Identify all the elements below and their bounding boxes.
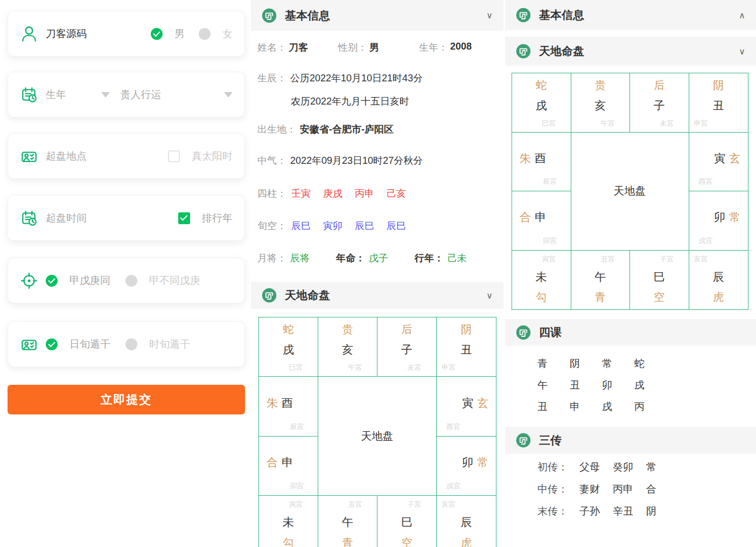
yuejiang-label: 月将：	[257, 253, 286, 264]
chart-cell-hai: 亥宫辰虎	[437, 496, 496, 547]
gender-male-radio[interactable]	[151, 28, 163, 40]
zhongqi-value: 2022年09月23日10时27分秋分	[290, 155, 423, 166]
transmission-label: 初传：	[537, 460, 579, 474]
void-value: 寅卯	[323, 220, 342, 231]
jia-diff-label[interactable]: 甲不同戊庚	[149, 274, 200, 288]
name-field-card[interactable]: 刀客源码 男 女	[8, 11, 245, 57]
sike-cell: 丑	[537, 400, 570, 414]
chart-section-header[interactable]: 天地命盘 ∨	[251, 282, 503, 309]
sike-cell: 阴	[570, 357, 602, 371]
chevron-down-icon[interactable]: ∨	[486, 10, 493, 20]
xingnian-label: 行年：	[415, 253, 444, 264]
sike-cell: 卯	[602, 378, 634, 392]
true-solar-time-label[interactable]: 真太阳时	[192, 149, 233, 163]
chart-cell-shen: 阴丑申宫	[437, 317, 496, 377]
sike-cell: 青	[537, 357, 570, 371]
jia-same-radio[interactable]	[46, 275, 58, 287]
chart-cell-wei: 后子未宫	[630, 73, 689, 133]
year-label: 生年：	[419, 41, 448, 54]
section-title: 基本信息	[285, 8, 330, 23]
section-title: 天地命盘	[285, 288, 330, 303]
calendar-clock-icon	[20, 209, 38, 227]
time-input[interactable]: 起盘时间	[46, 211, 171, 225]
chart-cell-mao: 合申 卯宫	[259, 437, 318, 496]
xingnian-value: 己未	[447, 253, 467, 264]
location-input[interactable]: 起盘地点	[46, 149, 160, 163]
basic-info-header-collapsed[interactable]: 基本信息 ∧	[505, 0, 756, 30]
sike-cell: 戌	[602, 400, 634, 414]
user-icon	[20, 25, 38, 43]
hour-dun-label[interactable]: 时旬遁干	[149, 337, 190, 351]
chevron-down-icon[interactable]	[224, 92, 233, 98]
transmission-row: 中传： 妻财 丙申 合	[537, 478, 656, 500]
result-panel-basic: 基本信息 ∨ 姓名： 刀客 性别： 男 生年： 2008 生辰： 公历2022年…	[251, 0, 503, 547]
chart-cell-chen: 朱酉 辰宫	[512, 133, 571, 192]
chart-cell-chen: 朱酉 辰宫	[259, 377, 318, 436]
jia-option-card[interactable]: 甲戊庚同 甲不同戊庚	[8, 258, 245, 303]
chevron-down-icon[interactable]: ∨	[739, 46, 745, 57]
birth-year-select[interactable]: 生年	[46, 88, 94, 102]
chart-cell-you: 寅玄 酉宫	[689, 133, 748, 192]
void-value: 辰巳	[387, 220, 406, 231]
location-card[interactable]: 起盘地点 真太阳时	[8, 133, 245, 179]
submit-button[interactable]: 立即提交	[8, 385, 245, 414]
nianming-value: 戊子	[369, 253, 388, 264]
chart-cell-mao: 合申 卯宫	[512, 191, 571, 251]
chevron-up-icon[interactable]: ∧	[739, 10, 745, 20]
noble-luck-select[interactable]: 贵人行运	[121, 88, 162, 102]
jia-same-label[interactable]: 甲戊庚同	[69, 274, 110, 288]
hour-dun-radio[interactable]	[125, 338, 137, 350]
birth-solar-row: 生辰： 公历2022年10月10日21时43分	[257, 72, 423, 85]
gender-female-radio[interactable]	[199, 28, 211, 40]
chart-cell-wu: 贵亥午宫	[318, 317, 377, 377]
chart-cell-xu: 卯常 戌宫	[689, 191, 748, 251]
transmission-row: 末传： 子孙 辛丑 阴	[537, 500, 656, 522]
chevron-down-icon[interactable]	[101, 92, 110, 98]
chart-cell-shen: 阴丑申宫	[689, 73, 748, 133]
heaven-earth-chart: 蛇戌巳宫 贵亥午宫 后子未宫 阴丑申宫 朱酉 辰宫 天地盘 寅玄 酉宫 合申 卯…	[512, 73, 748, 310]
chart-cell-zi: 子宫巳空	[377, 496, 437, 547]
dun-option-card[interactable]: 日旬遁干 时旬遁干	[8, 321, 245, 367]
sike-section-header[interactable]: 四课	[505, 319, 756, 346]
transmission-row: 初传： 父母 癸卯 常	[537, 456, 656, 478]
sike-cell: 丙	[634, 400, 667, 414]
true-solar-time-checkbox[interactable]	[168, 150, 180, 162]
person-card-icon	[20, 335, 38, 354]
result-panel-detail: 基本信息 ∧ 天地命盘 ∨ 蛇戌巳宫 贵亥午宫 后子未宫 阴丑申宫 朱酉 辰宫 …	[505, 0, 756, 547]
zhongqi-label: 中气：	[257, 155, 286, 166]
chart-center-label: 天地盘	[571, 133, 689, 251]
jia-diff-radio[interactable]	[125, 275, 137, 287]
day-dun-label[interactable]: 日旬遁干	[69, 337, 110, 351]
birth-year-card[interactable]: 生年 贵人行运	[8, 72, 245, 117]
chevron-down-icon[interactable]: ∨	[486, 290, 493, 301]
basic-info-header[interactable]: 基本信息 ∨	[251, 0, 503, 31]
name-input[interactable]: 刀客源码	[46, 27, 143, 41]
chart-cell-xu: 卯常 戌宫	[437, 437, 496, 496]
birthplace-row: 出生地： 安徽省-合肥市-庐阳区	[257, 123, 394, 136]
section-title: 天地命盘	[539, 44, 584, 59]
void-label: 旬空：	[257, 220, 286, 231]
gender-male-label[interactable]: 男	[174, 27, 185, 41]
transmission-label: 末传：	[537, 504, 579, 518]
section-title: 基本信息	[539, 8, 584, 23]
transmission-ganzhi: 辛丑	[613, 504, 646, 518]
rank-year-checkbox[interactable]	[178, 212, 190, 224]
name-label: 姓名：	[257, 41, 286, 54]
gender-female-label[interactable]: 女	[222, 27, 233, 41]
chart-cell-chou: 丑宫午青	[318, 496, 377, 547]
time-card[interactable]: 起盘时间 排行年	[8, 195, 245, 241]
day-dun-radio[interactable]	[46, 338, 58, 350]
app-logo-icon	[516, 433, 531, 448]
four-pillars-label: 四柱：	[257, 188, 286, 199]
chart-cell-wei: 后子未宫	[377, 317, 437, 377]
app-logo-icon	[516, 325, 531, 340]
zhongqi-row: 中气： 2022年09月23日10时27分秋分	[257, 154, 423, 167]
gender-value: 男	[369, 41, 379, 54]
sanchuan-section-header[interactable]: 三传	[505, 427, 756, 454]
yuejiang-value: 辰将	[290, 253, 310, 264]
sike-cell: 申	[570, 400, 602, 414]
chart-section-header[interactable]: 天地命盘 ∨	[505, 37, 756, 66]
birth-lunar-value: 农历2022年九月十五日亥时	[291, 96, 409, 107]
pillar-value: 丙申	[355, 188, 374, 199]
rank-year-label[interactable]: 排行年	[202, 211, 233, 225]
